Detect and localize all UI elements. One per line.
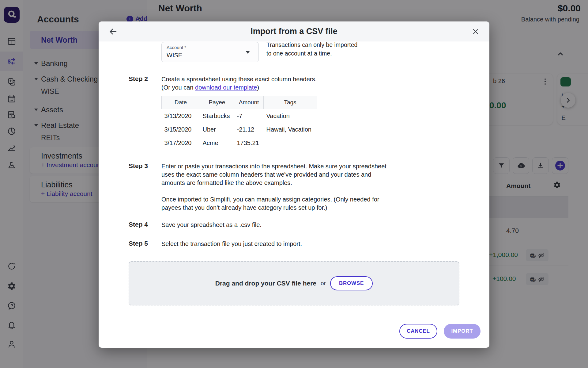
step2-label: Step 2 bbox=[129, 75, 148, 82]
step4-text: Save your spreadsheet as a .csv file. bbox=[161, 221, 262, 229]
import-button[interactable]: IMPORT bbox=[444, 324, 481, 339]
account-select-label: Account * bbox=[167, 45, 186, 50]
cancel-button[interactable]: CANCEL bbox=[399, 324, 437, 339]
step2-line2-suffix: ) bbox=[257, 84, 259, 91]
step5-text: Select the transaction file you just cre… bbox=[161, 240, 302, 248]
table-row: 3/13/2020 Starbucks -7 Vacation bbox=[162, 109, 317, 123]
account-note: Transactions can only be imported to one… bbox=[266, 40, 357, 58]
csv-dropzone[interactable]: Drag and drop your CSV file here or BROW… bbox=[129, 261, 459, 305]
step2-line2-prefix: (Or you can bbox=[161, 84, 195, 91]
table-header-tags: Tags bbox=[264, 96, 317, 109]
account-select-value: WISE bbox=[167, 52, 182, 59]
close-button[interactable] bbox=[470, 26, 481, 37]
table-row: 3/15/2020 Uber -21.12 Hawaii, Vacation bbox=[162, 123, 317, 136]
browse-button[interactable]: BROWSE bbox=[330, 276, 373, 290]
csv-example-table: Date Payee Amount Tags 3/13/2020 Starbuc… bbox=[161, 96, 317, 150]
simplifi-app: $ bbox=[0, 0, 588, 368]
step3-label: Step 3 bbox=[129, 162, 148, 170]
table-header-amount: Amount bbox=[234, 96, 264, 109]
step2-line1: Create a spreadsheet using these exact c… bbox=[161, 75, 317, 83]
dropzone-text: Drag and drop your CSV file here bbox=[215, 280, 316, 287]
download-template-link[interactable]: download our template bbox=[195, 84, 257, 91]
back-button[interactable] bbox=[108, 26, 118, 37]
chevron-down-icon bbox=[246, 51, 250, 54]
step4-label: Step 4 bbox=[129, 221, 148, 228]
table-row: 3/17/2020 Acme 1735.21 bbox=[162, 136, 317, 150]
table-header-date: Date bbox=[162, 96, 200, 109]
step3-paragraph1: Enter or paste your transactions into th… bbox=[161, 162, 386, 187]
step5-label: Step 5 bbox=[129, 240, 148, 247]
modal-title: Import from a CSV file bbox=[99, 21, 489, 41]
step2-line2: (Or you can download our template) bbox=[161, 83, 259, 92]
dropzone-or: or bbox=[321, 280, 326, 287]
account-select[interactable]: Account * WISE bbox=[161, 42, 259, 62]
import-csv-modal: Import from a CSV file Account * WISE Tr… bbox=[99, 21, 489, 348]
table-header-payee: Payee bbox=[200, 96, 234, 109]
close-icon bbox=[472, 28, 480, 36]
arrow-left-icon bbox=[108, 27, 118, 36]
step3-paragraph2: Once imported to Simplifi, you can manua… bbox=[161, 195, 379, 212]
